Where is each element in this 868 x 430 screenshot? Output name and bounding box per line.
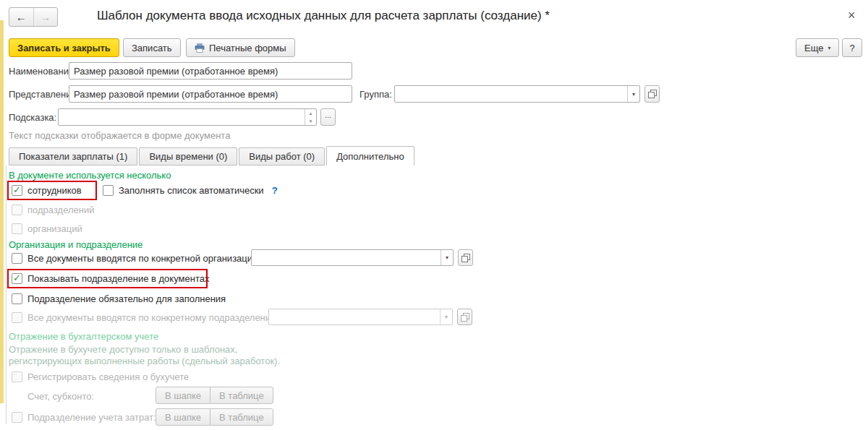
specific-department-open-button <box>457 309 472 325</box>
accounting-note-line2: регистрирующих выполненные работы (сдель… <box>9 356 280 366</box>
checkbox-row-specific-org: Все документы вводятся по конкретной орг… <box>12 252 258 265</box>
open-icon <box>648 90 657 98</box>
specific-org-dropdown-icon[interactable]: ▾ <box>441 250 453 265</box>
hint-ellipsis-button[interactable]: ... <box>320 108 336 126</box>
history-nav: ← → <box>9 7 58 27</box>
autofill-checkbox[interactable] <box>103 185 114 196</box>
hint-field-wrap: ▲ ▼ <box>58 108 317 126</box>
chevron-down-icon: ▾ <box>827 45 830 51</box>
specific-department-checkbox-label: Все документы вводятся по конкретному по… <box>27 312 278 323</box>
tab-additional[interactable]: Дополнительно <box>326 146 414 165</box>
help-button[interactable]: ? <box>842 38 862 57</box>
presentation-input[interactable] <box>69 86 352 102</box>
help-label: ? <box>849 43 854 53</box>
group-input[interactable] <box>395 86 627 102</box>
specific-org-input[interactable] <box>252 250 441 265</box>
cost-department-checkbox-label: Подразделение учета затрат: <box>27 412 156 423</box>
close-icon[interactable]: × <box>848 9 856 22</box>
hint-spinner[interactable]: ▲ ▼ <box>305 109 316 125</box>
forward-arrow-icon: → <box>40 11 51 23</box>
accounting-note-line1: Отражение в бухучете доступно только в ш… <box>9 344 237 355</box>
checkbox-row-specific-department: Все документы вводятся по конкретному по… <box>12 311 278 324</box>
print-forms-button[interactable]: Печатные формы <box>186 38 295 57</box>
group-field-wrap: ▾ <box>394 85 640 103</box>
hint-note: Текст подсказки отображается в форме док… <box>9 130 230 141</box>
name-input[interactable] <box>69 63 352 79</box>
more-label: Еще <box>804 43 823 53</box>
register-accounting-checkbox-label: Регистрировать сведения о бухучете <box>27 371 189 382</box>
presentation-field-wrap <box>69 85 352 103</box>
salary-template-window: ← → Шаблон документа ввода исходных данн… <box>0 0 868 430</box>
open-icon <box>461 313 469 322</box>
section-header-accounting: Отражение в бухгалтерском учете <box>9 331 158 342</box>
checkbox-row-autofill: Заполнять список автоматически ? <box>103 184 278 197</box>
specific-org-open-button[interactable] <box>458 249 473 266</box>
organizations-checkbox-label: организаций <box>27 223 82 234</box>
checkmark-icon: ✓ <box>13 273 21 283</box>
open-icon <box>461 254 470 262</box>
show-department-checkbox-label: Показывать подразделение в документах <box>27 273 209 284</box>
specific-org-checkbox[interactable] <box>12 253 22 264</box>
checkmark-icon: ✓ <box>13 185 21 194</box>
group-open-button[interactable] <box>644 85 660 103</box>
register-accounting-checkbox <box>12 371 22 382</box>
checkbox-row-cost-department: Подразделение учета затрат: <box>12 411 156 423</box>
specific-department-input <box>269 309 440 324</box>
tab-work-types[interactable]: Виды работ (0) <box>239 147 325 165</box>
left-accent-strip <box>0 20 4 403</box>
account-in-header-button: В шапке <box>156 387 210 404</box>
autofill-checkbox-label: Заполнять список автоматически <box>119 185 264 196</box>
organizations-checkbox <box>12 223 22 234</box>
checkbox-row-register-accounting: Регистрировать сведения о бухучете <box>12 371 189 383</box>
account-subconto-label: Счет, субконто: <box>27 391 94 402</box>
checkbox-row-departments: подразделений <box>12 204 94 216</box>
departments-checkbox-label: подразделений <box>27 205 94 215</box>
spin-down-icon[interactable]: ▼ <box>305 117 316 125</box>
hint-field-label: Подсказка: <box>9 112 56 123</box>
save-button[interactable]: Записать <box>123 38 181 57</box>
cost-in-table-button: В таблице <box>210 408 273 426</box>
specific-department-dropdown-icon: ▾ <box>440 309 452 324</box>
department-required-checkbox-label: Подразделение обязательно для заполнения <box>27 293 226 304</box>
tab-bar: Показатели зарплаты (1) Виды времени (0)… <box>9 146 416 165</box>
name-field-label: Наименование: <box>9 66 77 77</box>
back-button[interactable]: ← <box>9 8 33 26</box>
print-forms-label: Печатные формы <box>209 43 286 53</box>
specific-org-field-wrap: ▾ <box>251 249 454 266</box>
page-title: Шаблон документа ввода исходных данных д… <box>97 9 550 23</box>
departments-checkbox <box>12 205 22 215</box>
group-field-label: Группа: <box>359 89 392 100</box>
specific-department-checkbox <box>12 312 22 323</box>
section-header-org-and-department: Организация и подразделение <box>9 239 142 250</box>
autofill-help-icon[interactable]: ? <box>272 185 278 196</box>
employees-checkbox[interactable]: ✓ <box>12 185 22 196</box>
show-department-checkbox[interactable]: ✓ <box>12 273 22 284</box>
account-subconto-toggle: В шапке В таблице <box>156 387 273 404</box>
specific-org-checkbox-label: Все документы вводятся по конкретной орг… <box>27 253 258 264</box>
ellipsis-icon: ... <box>325 111 331 119</box>
printer-icon <box>195 43 205 53</box>
tab-salary-indicators[interactable]: Показатели зарплаты (1) <box>9 147 137 165</box>
cost-in-header-button: В шапке <box>156 408 210 426</box>
save-and-close-label: Записать и закрыть <box>17 43 111 53</box>
section-header-multiple-in-document: В документе используется несколько <box>9 170 171 181</box>
checkbox-row-show-department: ✓ Показывать подразделение в документах <box>12 272 209 285</box>
cost-department-toggle: В шапке В таблице <box>156 408 273 426</box>
content-left-border <box>6 165 7 424</box>
checkbox-row-department-required: Подразделение обязательно для заполнения <box>12 293 226 305</box>
spin-up-icon[interactable]: ▲ <box>305 109 316 117</box>
hint-input[interactable] <box>59 109 305 125</box>
checkbox-row-employees: ✓ сотрудников <box>12 184 82 197</box>
cost-department-checkbox <box>12 412 22 423</box>
group-dropdown-icon[interactable]: ▾ <box>627 86 639 102</box>
name-field-wrap <box>69 62 352 79</box>
more-button[interactable]: Еще ▾ <box>796 38 839 57</box>
save-and-close-button[interactable]: Записать и закрыть <box>9 38 119 57</box>
employees-checkbox-label: сотрудников <box>27 185 82 196</box>
account-in-table-button: В таблице <box>210 387 273 404</box>
department-required-checkbox[interactable] <box>12 293 22 304</box>
forward-button: → <box>33 8 58 26</box>
tab-time-types[interactable]: Виды времени (0) <box>139 147 237 165</box>
specific-department-field-wrap: ▾ <box>268 309 453 325</box>
back-arrow-icon: ← <box>16 11 27 23</box>
